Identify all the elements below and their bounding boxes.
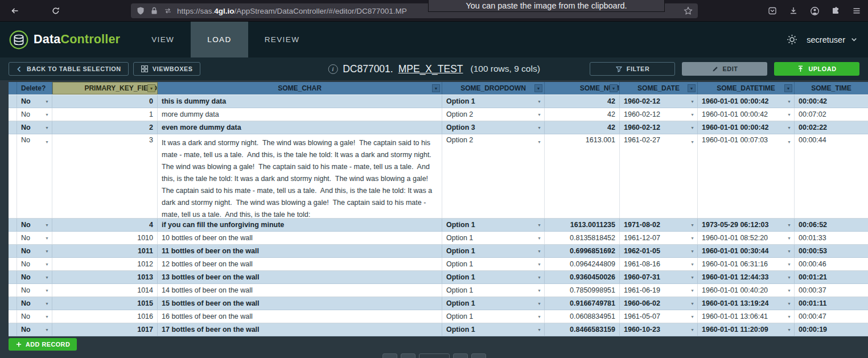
back-to-table-selection-button[interactable]: BACK TO TABLE SELECTION <box>9 62 129 76</box>
menu-icon[interactable] <box>850 4 863 18</box>
some-datetime-cell[interactable]: 1960-01-01 00:00:42▼ <box>698 121 795 134</box>
permissions-icon[interactable] <box>163 6 172 15</box>
pagination-page-indicator[interactable] <box>419 353 450 358</box>
cell-dropdown-icon[interactable]: ▼ <box>45 236 49 240</box>
add-record-button[interactable]: ADD RECORD <box>9 338 77 351</box>
some-time-cell[interactable]: 00:02:22 <box>795 121 868 134</box>
filter-button[interactable]: FILTER <box>590 62 675 76</box>
delete-select[interactable]: No▼ <box>17 310 52 323</box>
user-menu[interactable]: secretuser <box>807 35 858 44</box>
primary-key-cell[interactable]: 1011 <box>52 245 158 257</box>
account-icon[interactable] <box>808 4 821 18</box>
cell-dropdown-icon[interactable]: ▼ <box>787 262 791 266</box>
cell-dropdown-icon[interactable]: ▼ <box>45 262 49 266</box>
some-time-cell[interactable]: 00:01:21 <box>795 271 868 283</box>
some-date-cell[interactable]: 1960-02-12▼ <box>620 121 698 134</box>
cell-dropdown-icon[interactable]: ▼ <box>690 126 694 130</box>
some-time-cell[interactable]: 00:00:47 <box>795 310 868 323</box>
cell-dropdown-icon[interactable]: ▼ <box>690 262 694 266</box>
some-datetime-cell[interactable]: 1960-01-01 00:40:20▼ <box>698 284 795 297</box>
some-datetime-cell[interactable]: 1973-05-29 06:12:03▼ <box>698 219 795 231</box>
cell-dropdown-icon[interactable]: ▼ <box>45 249 49 253</box>
column-header-some-dropdown[interactable]: SOME_DROPDOWN▼ <box>442 82 545 94</box>
column-header-some-datetime[interactable]: SOME_DATETIME▼ <box>698 82 795 94</box>
some-char-cell[interactable]: 15 bottles of beer on the wall <box>158 297 442 310</box>
tab-view[interactable]: VIEW <box>135 22 191 57</box>
some-char-cell[interactable]: It was a dark and stormy night. The wind… <box>158 134 442 218</box>
some-date-cell[interactable]: 1962-01-05▼ <box>620 245 698 257</box>
some-dropdown-cell[interactable]: Option 1▼ <box>442 310 545 323</box>
info-icon[interactable]: i <box>328 64 338 74</box>
cell-dropdown-icon[interactable]: ▼ <box>537 100 541 104</box>
cell-dropdown-icon[interactable]: ▼ <box>45 302 49 306</box>
delete-select[interactable]: No▼ <box>17 134 52 218</box>
cell-dropdown-icon[interactable]: ▼ <box>537 302 541 306</box>
some-date-cell[interactable]: 1960-06-02▼ <box>620 297 698 310</box>
some-dropdown-cell[interactable]: Option 2▼ <box>442 134 545 218</box>
some-date-cell[interactable]: 1960-10-23▼ <box>620 323 698 336</box>
bookmark-star-icon[interactable] <box>684 6 693 15</box>
some-dropdown-cell[interactable]: Option 1▼ <box>442 95 545 108</box>
cell-dropdown-icon[interactable]: ▼ <box>690 275 694 279</box>
table-name-link[interactable]: MPE_X_TEST <box>398 63 463 75</box>
cell-dropdown-icon[interactable]: ▼ <box>537 113 541 117</box>
extensions-icon[interactable] <box>829 4 842 18</box>
column-filter-icon[interactable]: ▼ <box>784 84 792 92</box>
some-time-cell[interactable]: 00:06:52 <box>795 219 868 231</box>
cell-dropdown-icon[interactable]: ▼ <box>45 289 49 293</box>
cell-dropdown-icon[interactable]: ▼ <box>537 140 541 144</box>
some-date-cell[interactable]: 1971-08-02▼ <box>620 219 698 231</box>
cell-dropdown-icon[interactable]: ▼ <box>537 223 541 227</box>
column-filter-icon[interactable]: ▼ <box>610 84 618 92</box>
delete-select[interactable]: No▼ <box>17 323 52 336</box>
cell-dropdown-icon[interactable]: ▼ <box>690 328 694 332</box>
some-time-cell[interactable]: 00:00:19 <box>795 323 868 336</box>
lock-icon[interactable] <box>150 6 159 15</box>
some-num-cell[interactable]: 0.0964244809 <box>545 258 620 270</box>
cell-dropdown-icon[interactable]: ▼ <box>45 315 49 319</box>
cell-dropdown-icon[interactable]: ▼ <box>787 289 791 293</box>
cell-dropdown-icon[interactable]: ▼ <box>787 140 791 144</box>
cell-dropdown-icon[interactable]: ▼ <box>537 249 541 253</box>
some-char-cell[interactable]: more dummy data <box>158 108 442 121</box>
some-datetime-cell[interactable]: 1960-01-01 11:20:09▼ <box>698 323 795 336</box>
column-filter-icon[interactable]: ▼ <box>688 84 696 92</box>
app-logo[interactable]: DataController <box>9 30 120 50</box>
some-num-cell[interactable]: 42 <box>545 121 620 134</box>
some-char-cell[interactable]: 14 bottles of beer on the wall <box>158 284 442 297</box>
cell-dropdown-icon[interactable]: ▼ <box>537 126 541 130</box>
delete-select[interactable]: No▼ <box>17 219 52 231</box>
some-dropdown-cell[interactable]: Option 3▼ <box>442 121 545 134</box>
pagination-prev-button[interactable] <box>401 353 416 358</box>
some-dropdown-cell[interactable]: Option 1▼ <box>442 297 545 310</box>
column-filter-icon[interactable]: ▼ <box>147 84 155 92</box>
column-header-primary-key-field[interactable]: PRIMARY_KEY_FIELD▼ <box>52 82 158 94</box>
some-date-cell[interactable]: 1960-02-12▼ <box>620 95 698 108</box>
some-datetime-cell[interactable]: 1960-01-01 00:07:03▼ <box>698 134 795 218</box>
cell-dropdown-icon[interactable]: ▼ <box>690 113 694 117</box>
primary-key-cell[interactable]: 2 <box>52 121 158 134</box>
pagination-next-button[interactable] <box>453 353 468 358</box>
primary-key-cell[interactable]: 1016 <box>52 310 158 323</box>
cell-dropdown-icon[interactable]: ▼ <box>787 126 791 130</box>
some-date-cell[interactable]: 1961-05-07▼ <box>620 310 698 323</box>
some-time-cell[interactable]: 00:01:11 <box>795 297 868 310</box>
cell-dropdown-icon[interactable]: ▼ <box>537 328 541 332</box>
some-time-cell[interactable]: 00:00:46 <box>795 258 868 270</box>
some-char-cell[interactable]: this is dummy data <box>158 95 442 108</box>
some-date-cell[interactable]: 1960-02-12▼ <box>620 108 698 121</box>
download-icon[interactable] <box>787 4 800 18</box>
some-num-cell[interactable]: 1613.001 <box>545 134 620 218</box>
cell-dropdown-icon[interactable]: ▼ <box>787 315 791 319</box>
pocket-icon[interactable] <box>766 4 779 18</box>
cell-dropdown-icon[interactable]: ▼ <box>690 249 694 253</box>
some-date-cell[interactable]: 1961-06-19▼ <box>620 284 698 297</box>
column-header-some-num[interactable]: SOME_NUM▼ <box>545 82 620 94</box>
some-dropdown-cell[interactable]: Option 1▼ <box>442 284 545 297</box>
some-datetime-cell[interactable]: 1960-01-01 06:31:16▼ <box>698 258 795 270</box>
cell-dropdown-icon[interactable]: ▼ <box>690 289 694 293</box>
cell-dropdown-icon[interactable]: ▼ <box>787 302 791 306</box>
primary-key-cell[interactable]: 1012 <box>52 258 158 270</box>
cell-dropdown-icon[interactable]: ▼ <box>787 249 791 253</box>
cell-dropdown-icon[interactable]: ▼ <box>45 140 49 144</box>
